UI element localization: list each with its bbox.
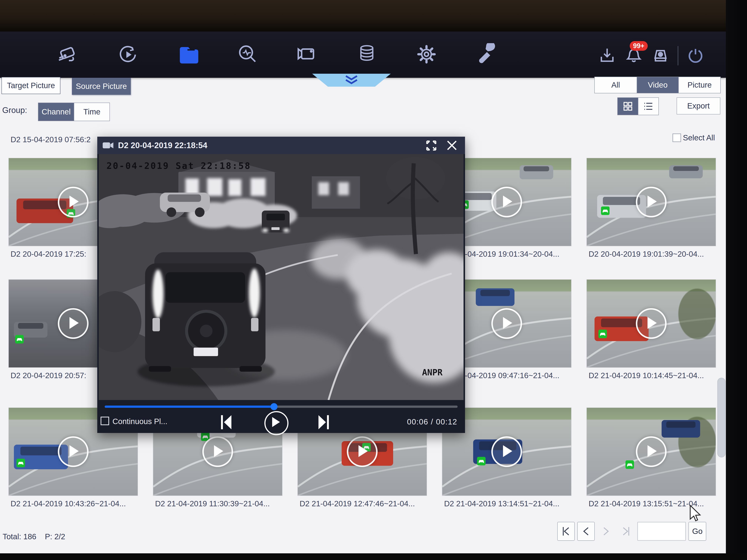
tab-source-picture[interactable]: Source Picture bbox=[72, 78, 131, 95]
play-overlay-icon[interactable] bbox=[636, 187, 667, 217]
result-item-label: D2 20-04-2019 19:01:39~20-04... bbox=[589, 250, 714, 259]
play-overlay-icon[interactable] bbox=[58, 436, 88, 467]
view-mode-toggle bbox=[617, 98, 659, 115]
alarm-bell-icon[interactable]: 99+ bbox=[623, 44, 645, 68]
filter-picture[interactable]: Picture bbox=[678, 77, 720, 93]
car-window bbox=[481, 290, 510, 296]
background-vehicle bbox=[669, 165, 703, 178]
play-triangle bbox=[359, 445, 368, 457]
monitor-bezel-top bbox=[0, 0, 747, 31]
mouse-cursor bbox=[690, 505, 702, 522]
group-segmented: Channel Time bbox=[38, 103, 110, 121]
play-overlay-icon[interactable] bbox=[491, 187, 522, 217]
playback-progress-bar[interactable] bbox=[105, 405, 458, 408]
main-toolbar: 99+ bbox=[0, 31, 726, 78]
collapse-panel-tab[interactable] bbox=[312, 74, 391, 87]
go-button[interactable]: Go bbox=[689, 522, 706, 541]
status-bar: Total: 186 P: 2/2 bbox=[3, 532, 65, 541]
car-window bbox=[523, 166, 549, 171]
live-view-camera-icon[interactable] bbox=[56, 41, 81, 68]
result-thumbnail[interactable] bbox=[586, 158, 716, 246]
play-overlay-icon[interactable] bbox=[202, 436, 233, 467]
next-file-button[interactable] bbox=[317, 414, 330, 431]
video-camera-name-overlay: ANPR bbox=[422, 367, 443, 377]
play-triangle bbox=[503, 195, 512, 207]
result-item-label: D2 21-04-2019 10:14:45~21-04... bbox=[589, 371, 714, 380]
nvr-screen: 99+ Target Picture bbox=[0, 31, 726, 553]
pagination: Go bbox=[557, 522, 706, 541]
car-window bbox=[666, 422, 696, 428]
close-icon[interactable] bbox=[446, 139, 458, 152]
car-window bbox=[18, 323, 44, 329]
play-overlay-icon[interactable] bbox=[58, 308, 88, 339]
fullscreen-icon[interactable] bbox=[426, 140, 437, 152]
page-indicator: P: 2/2 bbox=[45, 532, 65, 541]
detected-vehicle bbox=[662, 420, 700, 437]
progress-fill bbox=[105, 405, 274, 408]
play-triangle bbox=[214, 445, 223, 457]
play-triangle bbox=[503, 445, 512, 457]
next-page-button[interactable] bbox=[597, 522, 615, 541]
play-overlay-icon[interactable] bbox=[636, 308, 667, 339]
progress-handle[interactable] bbox=[271, 403, 278, 410]
playback-modal: D2 20-04-2019 22:18:54 bbox=[97, 137, 465, 433]
result-thumbnail[interactable] bbox=[586, 279, 716, 368]
play-button[interactable] bbox=[264, 411, 288, 435]
play-overlay-icon[interactable] bbox=[636, 436, 667, 467]
result-item-label: D2 21-04-2019 12:47:46~21-04... bbox=[300, 499, 425, 508]
play-overlay-icon[interactable] bbox=[491, 436, 522, 467]
export-button[interactable]: Export bbox=[677, 98, 720, 114]
total-count: Total: 186 bbox=[3, 532, 36, 541]
download-icon[interactable] bbox=[596, 44, 618, 68]
group-channel[interactable]: Channel bbox=[38, 103, 74, 121]
play-triangle bbox=[70, 317, 79, 329]
scrollbar-thumb[interactable] bbox=[717, 378, 725, 457]
file-management-folder-icon[interactable] bbox=[175, 41, 201, 68]
select-all-checkbox[interactable] bbox=[672, 134, 681, 142]
last-page-button[interactable] bbox=[617, 522, 635, 541]
previous-file-button[interactable] bbox=[220, 414, 233, 431]
foreground-suv bbox=[138, 252, 275, 386]
vehicle-detection-badge bbox=[17, 459, 25, 467]
result-thumbnail[interactable] bbox=[586, 407, 716, 496]
photo-frame: 99+ Target Picture bbox=[0, 0, 747, 560]
power-icon[interactable] bbox=[685, 44, 706, 68]
grid-view-icon[interactable] bbox=[618, 98, 638, 115]
distant-car bbox=[262, 211, 289, 233]
play-overlay-icon[interactable] bbox=[58, 187, 88, 217]
smart-analysis-search-icon[interactable] bbox=[235, 41, 260, 68]
page-number-input[interactable] bbox=[637, 522, 686, 541]
play-triangle bbox=[647, 195, 657, 207]
list-view-icon[interactable] bbox=[638, 98, 659, 115]
modal-title: D2 20-04-2019 22:18:54 bbox=[118, 141, 207, 150]
video-osd-timestamp: 20-04-2019 Sat 22:18:58 bbox=[106, 161, 251, 171]
recorder-device-icon[interactable] bbox=[649, 44, 671, 68]
result-item[interactable]: D2 20-04-2019 19:01:39~20-04... bbox=[586, 158, 716, 246]
result-item[interactable]: D2 21-04-2019 10:14:45~21-04... bbox=[586, 279, 716, 368]
modal-title-bar: D2 20-04-2019 22:18:54 bbox=[97, 137, 465, 154]
tab-target-picture[interactable]: Target Picture bbox=[1, 77, 60, 94]
detected-vehicle bbox=[476, 288, 514, 306]
result-item[interactable]: D2 21-04-2019 13:15:51~21-04... bbox=[586, 407, 716, 496]
vehicle-detection-badge bbox=[477, 457, 486, 465]
car-window bbox=[20, 447, 61, 456]
type-filter-segmented: All Video Picture bbox=[594, 77, 721, 93]
result-item-label: D2 21-04-2019 10:43:26~21-04... bbox=[10, 499, 136, 508]
filter-all[interactable]: All bbox=[595, 77, 637, 93]
background-vehicle bbox=[520, 165, 553, 179]
video-camera-icon[interactable] bbox=[294, 41, 320, 68]
play-overlay-icon[interactable] bbox=[347, 436, 378, 467]
continuous-playback-checkbox[interactable] bbox=[101, 417, 109, 425]
settings-gear-icon[interactable] bbox=[413, 41, 439, 68]
playback-icon[interactable] bbox=[115, 41, 141, 68]
result-item-label: D2 21-04-2019 13:14:51~21-04... bbox=[444, 499, 569, 508]
play-overlay-icon[interactable] bbox=[491, 308, 522, 339]
filter-video[interactable]: Video bbox=[637, 77, 678, 93]
video-canvas[interactable]: 20-04-2019 Sat 22:18:58 ANPR bbox=[99, 154, 464, 400]
group-time[interactable]: Time bbox=[74, 103, 109, 121]
play-icon bbox=[272, 417, 280, 427]
first-page-button[interactable] bbox=[557, 522, 575, 541]
storage-database-icon[interactable] bbox=[354, 41, 380, 68]
previous-page-button[interactable] bbox=[577, 522, 595, 541]
maintenance-wrench-icon[interactable] bbox=[473, 41, 499, 68]
